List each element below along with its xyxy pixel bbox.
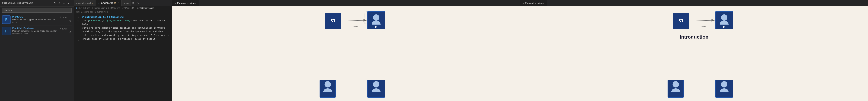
tab-pn[interactable]: ≡ pn <box>122 0 131 6</box>
breadcrumb-h3[interactable]: ### Setup vscode <box>137 7 154 9</box>
svg-point-13 <box>373 81 379 88</box>
equals-icon-pn: ≡ <box>124 2 125 4</box>
preview-close-btn[interactable]: × <box>859 1 862 5</box>
search-input[interactable] <box>2 8 71 13</box>
preview-tab-2-active[interactable]: ≡ Plantuml previewer <box>520 0 547 6</box>
editor-meta-text: You, 1 second ago | 1 author (You) <box>76 11 108 13</box>
ext-desc-plantuml: Rich PlantUML support for Visual Studio … <box>12 18 71 21</box>
svg-text:B: B <box>375 25 377 29</box>
c4-diagram-2: S1 B 1: uses <box>520 6 868 101</box>
editor-meta: You, 1 second ago | 1 author (You) <box>74 10 172 14</box>
tab-readme[interactable]: ℹ README.md M × <box>95 0 122 6</box>
preview-tab-1-active[interactable]: ≡ Plantuml previewer <box>172 0 199 6</box>
line-num-1: 1 <box>74 15 79 19</box>
breadcrumb-info-icon: ℹ <box>76 7 77 9</box>
ext-author-previewer: Mebrahtom Guesh <box>12 33 71 35</box>
equals-icon-people: ≡ <box>76 2 78 4</box>
preview-content-2: Introduction S1 B 1: uses <box>520 6 868 101</box>
preview-content-1: S1 B 1: uses <box>172 6 520 101</box>
breadcrumb: ℹ README.md › # Introduction to C4 Model… <box>74 6 172 10</box>
tab-label-pn: pn <box>126 2 128 4</box>
svg-point-24 <box>673 81 679 88</box>
svg-point-11 <box>324 81 331 88</box>
extensions-title: EXTENSIONS: MARKETPLACE <box>2 2 33 4</box>
preview-more-btn-1[interactable]: ··· <box>514 0 520 6</box>
ext-gear-previewer[interactable]: ⚙ <box>69 30 72 34</box>
info-icon-readme: ℹ <box>98 2 98 4</box>
extension-item-previewer[interactable]: P PlantUML Previewer Plantuml previewer … <box>0 26 74 37</box>
svg-point-18 <box>721 14 727 21</box>
ext-desc-previewer: Plantuml previewer for visual studio cod… <box>12 30 71 32</box>
editor-more-tabs[interactable]: ⧉ ↩ ↪ ··· <box>131 0 144 6</box>
editor-content: 1 2 3 # Introduction to C4 Modelling The… <box>74 14 172 101</box>
intro-text: Introduction <box>680 34 709 40</box>
breadcrumb-h2[interactable]: ## Plant UML <box>122 7 135 9</box>
filter-button[interactable]: ⚑ <box>53 1 57 5</box>
ext-author-plantuml: jebbs <box>12 21 71 23</box>
undo-icon: ↩ <box>134 2 136 4</box>
line-num-3: 3 <box>74 39 79 42</box>
ext-gear-plantuml[interactable]: ⚙ <box>69 19 72 22</box>
tabs-bar: ≡ people.puml U ℹ README.md M × ≡ pn ⧉ ↩… <box>74 0 172 6</box>
tab-label-readme: README.md <box>99 2 113 4</box>
ext-time-plantuml: 69ms <box>62 16 67 18</box>
code-line-3 <box>82 41 170 45</box>
extensions-header: EXTENSIONS: MARKETPLACE ⚑ ↺ ··· nl U <box>0 0 74 6</box>
breadcrumb-sep-2: › <box>121 7 122 9</box>
preview-tab-1-label: Plantuml previewer <box>177 2 197 4</box>
split-icon: ⧉ <box>132 2 134 4</box>
more-actions-button[interactable]: ··· <box>62 1 66 5</box>
svg-text:S1: S1 <box>331 18 336 23</box>
c4-diagram: S1 B 1: uses <box>172 6 520 101</box>
editor-panel: ≡ people.puml U ℹ README.md M × ≡ pn ⧉ ↩… <box>74 0 172 101</box>
ext-icon-previewer: P <box>2 27 10 35</box>
breadcrumb-sep-1: › <box>91 7 91 9</box>
redo-icon: ↪ <box>137 2 139 4</box>
tab-people-puml[interactable]: ≡ people.puml U <box>74 0 95 6</box>
more-icon: ··· <box>140 2 142 4</box>
svg-point-5 <box>373 14 379 21</box>
line-num-2: 2 <box>74 20 79 23</box>
svg-text:B: B <box>723 25 725 29</box>
preview-panel-2: ≡ Plantuml previewer × ··· Introduction … <box>520 0 868 101</box>
extension-item-plantuml[interactable]: P PlantUML Rich PlantUML support for Vis… <box>0 14 74 25</box>
editor-indicator: nl U <box>67 2 71 5</box>
code-area[interactable]: # Introduction to C4 Modelling The [C4 m… <box>80 14 172 101</box>
svg-text:1: uses: 1: uses <box>698 25 706 28</box>
ext-meta-previewer: ⟳ 19ms <box>60 28 67 30</box>
preview-tab-2-actions: × ··· <box>857 1 868 5</box>
tab-label-people: people.puml <box>79 2 91 4</box>
preview-container: ≡ Plantuml previewer ··· S1 B <box>172 0 868 101</box>
tab-modified-people: U <box>92 2 93 4</box>
preview-tab-equals-icon: ≡ <box>175 2 176 4</box>
ext-meta-plantuml: ⟳ 69ms <box>60 16 67 18</box>
svg-text:1: uses: 1: uses <box>350 25 358 28</box>
search-container <box>0 6 74 14</box>
ext-icon-plantuml: P <box>2 15 10 24</box>
breadcrumb-file[interactable]: README.md <box>78 7 90 9</box>
close-icon-readme[interactable]: × <box>118 1 119 5</box>
tab-modified-readme: M <box>114 2 116 4</box>
svg-text:S1: S1 <box>678 18 684 23</box>
svg-point-26 <box>721 81 727 88</box>
preview-tab-2-label: Plantuml previewer <box>525 2 545 4</box>
code-line-2: The [C4 model](https://c4model.com/) was… <box>82 19 170 41</box>
breadcrumb-sep-3: › <box>136 7 136 9</box>
breadcrumb-h1[interactable]: # Introduction to C4 Modelling <box>92 7 120 9</box>
history-icon: ⟳ <box>60 16 61 18</box>
line-numbers: 1 2 3 <box>74 14 80 101</box>
preview-panel-1: ≡ Plantuml previewer ··· S1 B <box>172 0 520 101</box>
preview-tabs-1: ≡ Plantuml previewer ··· <box>172 0 520 6</box>
preview-more-btn-2[interactable]: ··· <box>863 1 866 5</box>
preview-tabs-2: ≡ Plantuml previewer × ··· <box>520 0 868 6</box>
code-line-1: # Introduction to C4 Modelling <box>82 15 170 19</box>
preview-tab-2-equals-icon: ≡ <box>523 2 524 4</box>
extensions-actions: ⚑ ↺ ··· nl U <box>53 1 71 5</box>
ext-time-previewer: 19ms <box>62 28 67 30</box>
extensions-panel: EXTENSIONS: MARKETPLACE ⚑ ↺ ··· nl U P P… <box>0 0 74 101</box>
refresh-button[interactable]: ↺ <box>58 1 61 5</box>
history-icon-2: ⟳ <box>60 28 61 30</box>
